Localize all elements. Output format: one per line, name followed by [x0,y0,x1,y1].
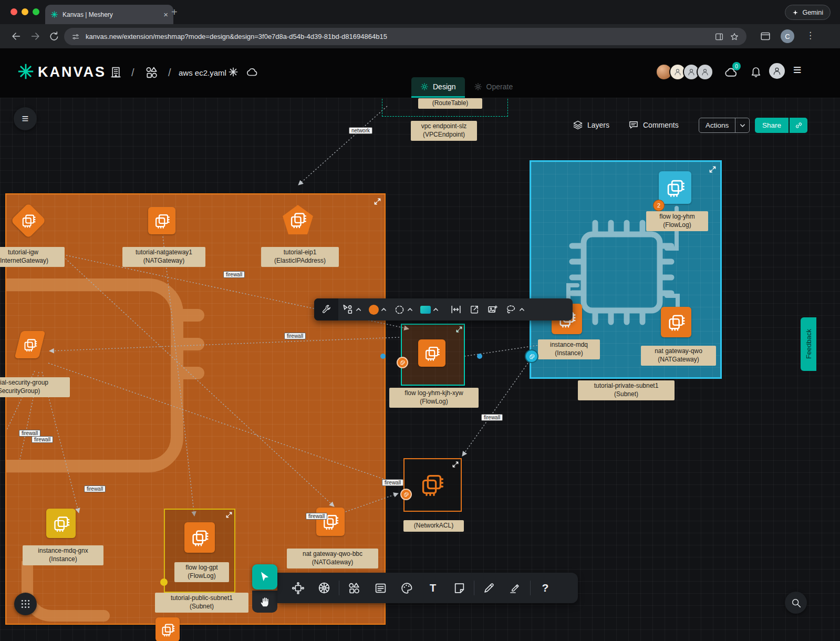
node-flow-log-kjh[interactable] [401,324,465,386]
copy-link-button[interactable] [790,118,807,133]
shapes-tool-button[interactable] [338,298,365,320]
tool-shapes-button[interactable] [341,573,367,603]
minimize-window-button[interactable] [22,8,28,15]
side-panel-icon[interactable] [714,32,724,42]
maximize-window-button[interactable] [33,8,39,15]
browser-menu-icon[interactable]: ⋮ [806,30,815,41]
border-style-button[interactable] [390,298,417,320]
comments-button[interactable]: Comments [628,120,679,130]
header-menu-icon[interactable]: ≡ [793,62,802,78]
browser-tab[interactable]: Kanvas | Meshery × [45,5,173,24]
node-label-security-group[interactable]: tutorial-security-group (SecurityGroup) [0,377,70,397]
node-label-igw[interactable]: tutorial-igw (InternetGateway) [0,247,65,267]
node-label-eip1[interactable]: tutorial-eip1 (ElasticIPAddress) [261,247,339,267]
node-instance-gnx[interactable] [46,509,76,538]
node-label-vpc-endpoint[interactable]: vpc endpoint-slz (VPCEndpoint) [411,121,477,141]
node-label-instance-mdq[interactable]: instance-mdq (Instance) [538,339,600,359]
chip-node[interactable] [184,522,215,553]
share-button[interactable]: Share [755,118,789,133]
lasso-select-button[interactable] [502,298,528,320]
node-label-flow-log-yhm[interactable]: flow log-yhm (FlowLog) [646,211,708,231]
design-file-name[interactable]: aws ec2.yaml [179,68,226,77]
kanvas-logo-icon[interactable] [17,63,35,80]
browser-profile-avatar[interactable]: C [781,29,794,43]
site-info-icon[interactable] [71,33,80,41]
tool-palette-button[interactable] [393,573,420,603]
connection-handle[interactable] [397,357,408,368]
collaborator-avatar[interactable] [697,64,713,80]
zoom-search-button[interactable] [785,592,807,614]
add-image-button[interactable] [483,298,502,320]
select-tool-button[interactable] [252,564,277,590]
open-in-new-button[interactable] [465,298,483,320]
edge-handle[interactable] [477,354,482,359]
tool-sticky-note-button[interactable] [446,573,472,603]
browser-frame-icon[interactable] [760,30,771,42]
tool-highlighter-button[interactable] [502,573,528,603]
resize-width-button[interactable] [447,298,465,320]
fill-color-button[interactable] [365,298,390,320]
cloud-sync-icon[interactable] [246,66,258,78]
designs-icon[interactable] [145,66,159,79]
node-label-nat-gateway-qwo[interactable]: nat gateway-qwo (NATGateway) [641,346,716,366]
reload-icon[interactable] [48,30,60,42]
close-window-button[interactable] [11,8,17,15]
actions-dropdown-button[interactable] [735,118,749,132]
bookmark-star-icon[interactable] [730,32,739,42]
node-label-network-acl[interactable]: (NetworkACL) [403,520,464,532]
tool-components-button[interactable] [285,573,311,603]
tab-operate[interactable]: Operate [465,77,522,96]
new-tab-button[interactable]: + [171,6,178,18]
node-label[interactable]: (RouteTable) [418,98,482,109]
tool-notes-button[interactable] [367,573,393,603]
close-tab-icon[interactable]: × [163,11,168,18]
notifications-bell-icon[interactable] [750,65,762,78]
edge-handle[interactable] [380,354,386,359]
address-bar[interactable]: kanvas.new/extension/meshmap?mode=design… [64,28,746,45]
tool-pen-button[interactable] [476,573,502,603]
connection-handle[interactable] [160,578,168,586]
node-label-flow-log-gpt[interactable]: flow log-gpt (FlowLog) [174,562,229,582]
node-flow-log-gpt[interactable]: flow log-gpt (FlowLog) [164,509,235,593]
tool-help-button[interactable]: ? [532,573,558,603]
wrench-tool-button[interactable] [314,298,338,320]
node-label-natgateway1[interactable]: tutorial-natgateway1 (NATGateway) [122,247,205,267]
layers-button[interactable]: Layers [573,120,609,130]
organization-icon[interactable] [109,66,122,79]
tool-text-button[interactable]: T [420,573,446,603]
node-label-instance-gnx[interactable]: instance-mdq-gnx (Instance) [23,545,103,565]
shape-picker-button[interactable] [417,298,442,320]
expand-node-icon[interactable] [456,326,462,333]
feedback-tab[interactable]: Feedback [801,317,816,371]
design-canvas[interactable]: network firewall firewall firewall firew… [0,98,840,641]
tab-design[interactable]: Design [411,77,465,98]
expand-node-icon[interactable] [226,512,232,518]
user-avatar[interactable] [769,63,785,79]
node-label-nat-gateway-bbc[interactable]: nat gateway-qwo-bbc (NATGateway) [287,549,378,568]
actions-button[interactable]: Actions [699,118,735,132]
url-text[interactable]: kanvas.new/extension/meshmap?mode=design… [86,33,709,40]
node-route-table-selection[interactable]: (RouteTable) [382,98,508,117]
node-label-public-subnet[interactable]: tutorial-public-subnet1 (Subnet) [155,593,248,613]
node-nat-gateway-bbc[interactable] [316,508,345,536]
kanvas-logo-text[interactable]: KANVAS [38,64,106,80]
node-label-private-subnet[interactable]: tutorial-private-subnet1 (Subnet) [578,380,675,400]
pan-tool-button[interactable] [252,591,277,613]
gemini-badge[interactable]: Gemini [785,5,831,20]
tool-kubernetes-button[interactable] [311,573,337,603]
edge-waypoint[interactable] [525,349,538,363]
canvas-menu-button[interactable]: ≡ [14,107,37,130]
chip-node[interactable] [418,339,445,367]
node-nat-gateway-1[interactable] [148,207,175,234]
node-nat-gateway-qwo[interactable] [661,307,691,337]
node-subnet-icon[interactable] [155,617,180,641]
node-flow-log-yhm[interactable] [659,171,691,204]
snowflake-icon[interactable] [228,67,238,77]
expand-node-icon[interactable] [452,461,459,468]
forward-icon[interactable] [29,30,41,42]
apps-grid-button[interactable] [14,593,37,615]
node-network-acl[interactable] [403,458,462,512]
back-icon[interactable] [11,30,22,42]
node-label-flow-log-kjh[interactable]: flow log-yhm-kjh-xyw (FlowLog) [389,388,479,408]
connection-handle[interactable] [400,489,412,500]
